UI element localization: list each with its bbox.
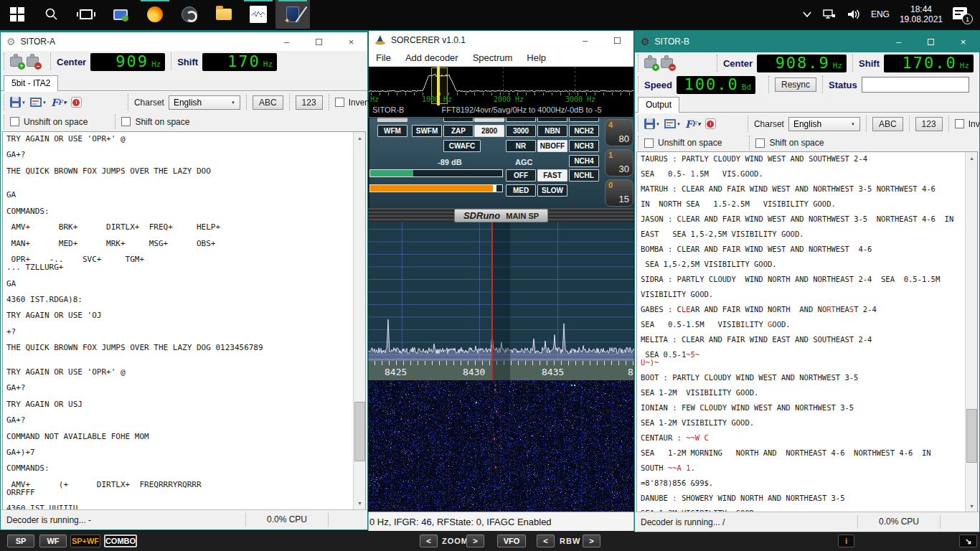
maximize-button[interactable]: [303, 32, 335, 51]
charset-select[interactable]: English▼: [788, 117, 860, 131]
close-button[interactable]: ×: [335, 32, 367, 51]
sitor-b-output-area[interactable]: TAURUS : PARTLY CLOUDY WIND WEST AND SOU…: [636, 151, 978, 513]
remove-decoder-icon[interactable]: –: [661, 58, 673, 68]
unshift-checkbox[interactable]: [644, 138, 654, 148]
network-icon[interactable]: [822, 9, 837, 20]
font-icon[interactable]: FF▼: [685, 118, 701, 130]
invert-checkbox[interactable]: [335, 98, 344, 107]
nchl-button[interactable]: NCHL: [569, 169, 599, 182]
taskbar-app-pc[interactable]: [103, 0, 138, 29]
display-icon[interactable]: ▼: [664, 119, 681, 128]
minimize-button[interactable]: –: [882, 31, 915, 52]
zoom-out-button[interactable]: <: [420, 534, 438, 547]
zoom-in-button[interactable]: >: [466, 534, 484, 547]
info-button[interactable]: i: [838, 534, 854, 547]
task-view-button[interactable]: [69, 0, 103, 29]
filter-zap-button[interactable]: ZAP: [443, 125, 473, 137]
taskbar-app-sorcerer[interactable]: [275, 0, 310, 29]
taskbar-app-firefox[interactable]: [138, 0, 172, 29]
menu-spectrum[interactable]: Spectrum: [466, 52, 520, 63]
tab-output[interactable]: Output: [638, 97, 679, 113]
numbers-button[interactable]: 123: [915, 117, 943, 131]
main-sp-header[interactable]: SDRuno MAIN SP: [368, 208, 634, 222]
add-decoder-icon[interactable]: +: [644, 58, 656, 68]
vfo-line[interactable]: [491, 222, 493, 380]
scroll-up-icon[interactable]: ▲: [966, 152, 978, 164]
agc-med-button[interactable]: MED: [506, 184, 536, 197]
scroll-down-icon[interactable]: ▼: [966, 500, 978, 512]
minimize-button[interactable]: –: [569, 31, 601, 50]
scroll-up-icon[interactable]: ▲: [354, 132, 366, 144]
agc-fast-button[interactable]: FAST: [537, 169, 567, 182]
shift-space-checkbox[interactable]: [121, 117, 131, 126]
nr-button[interactable]: NR: [506, 140, 536, 152]
nch4-button[interactable]: NCH4: [569, 155, 599, 167]
rbw-down-button[interactable]: <: [537, 534, 555, 547]
nch2-button[interactable]: NCH2: [569, 125, 599, 137]
sorcerer-titlebar[interactable]: SORCERER v1.0.1 –: [369, 31, 633, 50]
clock[interactable]: 18:44 19.08.2021: [900, 4, 943, 24]
resync-button[interactable]: Resync: [775, 77, 816, 92]
popout-button[interactable]: ↘: [959, 534, 977, 547]
mode-wfm-button[interactable]: WFM: [377, 125, 407, 137]
scrollbar-thumb[interactable]: [966, 409, 977, 463]
add-decoder-icon[interactable]: +: [10, 57, 22, 67]
display-icon[interactable]: ▼: [30, 98, 47, 107]
tab-5bit-ita2[interactable]: 5bit - ITA2: [4, 75, 58, 91]
sp-view-button[interactable]: SP: [7, 534, 34, 547]
menu-add-decoder[interactable]: Add decoder: [398, 52, 466, 63]
alert-icon[interactable]: i: [71, 97, 82, 108]
menu-help[interactable]: Help: [519, 52, 553, 63]
agc-slow-button[interactable]: SLOW: [537, 184, 567, 197]
sorcerer-spectrum[interactable]: Hz1000 Hz2000 Hz3000 Hz SITOR-B FFT8192/…: [369, 67, 633, 117]
maximize-button[interactable]: [915, 31, 947, 52]
remove-decoder-icon[interactable]: –: [27, 57, 39, 67]
sitor-a-output-area[interactable]: TRY AGAIN OR USE 'OPR+' @ GA+? THE QUICK…: [2, 131, 366, 510]
language-indicator[interactable]: ENG: [871, 9, 890, 19]
scroll-down-icon[interactable]: ▼: [354, 497, 366, 509]
close-button[interactable]: ×: [947, 31, 979, 52]
charset-select[interactable]: English▼: [169, 95, 240, 110]
filter-3000-button[interactable]: 3000: [506, 125, 536, 137]
sp-wf-view-button[interactable]: SP+WF: [70, 534, 100, 547]
knob-80[interactable]: 4 80: [605, 119, 633, 146]
combo-view-button[interactable]: COMBO: [104, 534, 137, 547]
cwafc-button[interactable]: CWAFC: [443, 140, 481, 152]
search-button[interactable]: [34, 0, 69, 29]
abc-button[interactable]: ABC: [872, 117, 903, 131]
knob-15[interactable]: 0 15: [605, 179, 633, 207]
unshift-checkbox[interactable]: [10, 117, 19, 126]
minimize-button[interactable]: –: [270, 32, 303, 51]
taskbar-app-explorer[interactable]: [207, 0, 241, 29]
agc-off-button[interactable]: OFF: [506, 169, 536, 182]
sitor-b-scrollbar[interactable]: ▲ ▼: [965, 152, 977, 512]
abc-button[interactable]: ABC: [253, 95, 283, 110]
mode-swfm-button[interactable]: SWFM: [412, 125, 442, 137]
save-icon[interactable]: ▼: [644, 118, 660, 129]
nbn-button[interactable]: NBN: [537, 125, 567, 137]
menu-file[interactable]: File: [369, 52, 398, 63]
vfo-button[interactable]: VFO: [497, 534, 526, 547]
numbers-button[interactable]: 123: [296, 95, 323, 110]
maximize-button[interactable]: [601, 31, 633, 50]
scrollbar-thumb[interactable]: [354, 402, 365, 461]
sitor-a-scrollbar[interactable]: ▲ ▼: [353, 132, 365, 509]
chevron-down-icon[interactable]: [802, 11, 812, 18]
wf-view-button[interactable]: WF: [39, 534, 67, 547]
nch3-button[interactable]: NCH3: [569, 140, 599, 152]
alert-icon[interactable]: i: [705, 118, 716, 129]
rbw-up-button[interactable]: >: [583, 534, 600, 547]
filter-2800-button[interactable]: 2800: [474, 125, 504, 137]
invert-checkbox[interactable]: [955, 119, 964, 128]
sitor-a-titlebar[interactable]: ⚙ SITOR-A – ×: [1, 31, 367, 51]
nboff-button[interactable]: NBOFF: [537, 140, 567, 152]
volume-icon[interactable]: [847, 9, 861, 20]
waterfall-canvas[interactable]: [368, 380, 634, 512]
tuning-marker[interactable]: [437, 67, 440, 105]
knob-30[interactable]: 1 30: [605, 149, 633, 176]
shift-space-checkbox[interactable]: [755, 138, 765, 148]
taskbar-app-signal[interactable]: [241, 0, 275, 29]
save-icon[interactable]: ▼: [10, 97, 26, 108]
start-button[interactable]: [0, 0, 34, 29]
font-icon[interactable]: FF▼: [51, 97, 67, 108]
